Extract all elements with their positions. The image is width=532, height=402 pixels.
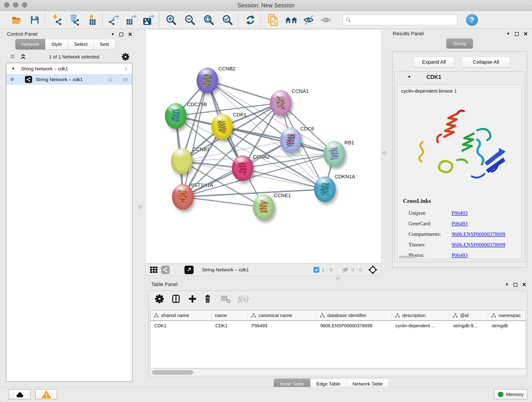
table-panel-menu-icon[interactable]: ▼: [505, 282, 509, 287]
tab-network[interactable]: Network: [15, 39, 45, 50]
table-cell-id[interactable]: stringdb:9...: [450, 321, 488, 331]
table-cell-canonical-name[interactable]: P06493: [248, 321, 317, 331]
crosslink-label-tissues: Tissues:: [409, 242, 452, 248]
crosslink-compartments-link[interactable]: 9606.ENSP00000378699: [452, 231, 505, 237]
cloud-button[interactable]: [9, 389, 31, 400]
column-header-canonical-name[interactable]: canonical name: [248, 310, 317, 320]
grid-icon[interactable]: [150, 266, 158, 274]
delete-table-icon[interactable]: [221, 294, 231, 304]
open-session-icon[interactable]: [10, 13, 22, 27]
network-view-toolbar: String Network – cdk1 1 - 0 0 - 0: [145, 264, 381, 276]
zoom-in-icon[interactable]: [165, 13, 177, 27]
add-column-icon[interactable]: [188, 294, 197, 304]
apply-preferred-layout-icon[interactable]: [244, 13, 257, 27]
edge-CCNB2-HIST1H1A[interactable]: [183, 80, 207, 197]
table-panel-close-icon[interactable]: ✕: [522, 282, 526, 287]
entry-scrollbar-thumb[interactable]: [399, 256, 415, 258]
table-cell-description[interactable]: cyclin-dependent ...: [392, 321, 450, 331]
results-panel-menu-icon[interactable]: ▼: [506, 32, 510, 36]
scrollbar-thumb[interactable]: [152, 370, 193, 375]
export-image-icon[interactable]: [143, 13, 155, 27]
gear-icon[interactable]: [155, 294, 164, 304]
control-panel-close-icon[interactable]: ✕: [128, 32, 133, 37]
column-header-database-identifier[interactable]: database identifier: [317, 310, 392, 320]
node-entry-header[interactable]: ▼ CDK1: [394, 71, 525, 83]
network-canvas[interactable]: CCNB2CCNA1CDC25BCDK1CDC6RB1CCNB1CCNA2CDK…: [145, 29, 381, 264]
network-node-cdk1[interactable]: [211, 114, 233, 140]
column-header-shared-name[interactable]: shared name: [151, 310, 212, 320]
crosslinks-title: CrossLinks: [403, 198, 431, 204]
birdseye-crosshair-icon[interactable]: [368, 265, 378, 275]
table-cell-shared-name[interactable]: CDK1: [151, 321, 212, 331]
save-session-icon[interactable]: [28, 13, 41, 27]
table-cell-database-identifier[interactable]: 9606.ENSP00000378699: [317, 321, 392, 331]
network-node-ccnb1[interactable]: [171, 148, 192, 174]
share-icon[interactable]: [161, 266, 170, 274]
column-header-description[interactable]: description: [392, 310, 450, 320]
tab-string[interactable]: String: [446, 38, 473, 49]
export-network-icon[interactable]: [108, 13, 120, 27]
documents-share-icon[interactable]: [267, 13, 279, 27]
left-splitter-handle[interactable]: [138, 205, 142, 209]
tab-sets[interactable]: Sets: [94, 39, 115, 50]
column-header-namespac[interactable]: namespac: [488, 310, 526, 320]
export-table-icon[interactable]: [125, 13, 138, 27]
open-in-window-icon[interactable]: [184, 266, 194, 274]
table-cell-namespac[interactable]: stringdb: [488, 321, 526, 331]
collection-caret-icon[interactable]: ▼: [12, 67, 15, 71]
collapse-all-icon[interactable]: [9, 53, 16, 60]
function-builder-icon[interactable]: f(x): [238, 295, 249, 303]
eye-icon[interactable]: [320, 13, 332, 27]
crosslink-genecard-link[interactable]: P06493: [452, 221, 468, 227]
column-header-id[interactable]: @id: [450, 310, 488, 320]
table-cell-name[interactable]: CDK1: [212, 321, 248, 331]
network-node-ccna1[interactable]: [270, 90, 291, 116]
warning-button[interactable]: [35, 389, 57, 400]
import-network-from-database-icon[interactable]: [68, 13, 81, 27]
network-node-rb1[interactable]: [323, 141, 345, 167]
tab-style[interactable]: Style: [45, 39, 68, 50]
results-panel-close-icon[interactable]: ✕: [523, 31, 528, 37]
gear-icon[interactable]: [121, 53, 130, 61]
table-horizontal-scrollbar[interactable]: [150, 369, 526, 376]
columns-icon[interactable]: [171, 294, 181, 304]
network-collection-row[interactable]: ▼ String Network – cdk1 1: [6, 63, 132, 74]
expand-all-button[interactable]: Expand All: [413, 57, 454, 68]
collapse-all-button[interactable]: Collapse All: [462, 57, 510, 68]
crosslink-uniprot-link[interactable]: P06493: [452, 210, 468, 216]
expand-all-icon[interactable]: [20, 53, 27, 60]
import-table-icon[interactable]: [86, 13, 98, 27]
network-node-cdkn1a[interactable]: [314, 177, 336, 202]
control-panel-menu-icon[interactable]: ▼: [111, 32, 115, 37]
crosslink-tissues-link[interactable]: 9606.ENSP00000378699: [452, 242, 505, 248]
crosslink-pharos-link[interactable]: P06493: [452, 252, 468, 258]
help-icon[interactable]: ?: [466, 14, 478, 26]
zoom-out-icon[interactable]: [184, 13, 196, 27]
control-panel-float-icon[interactable]: [119, 32, 123, 36]
import-network-icon[interactable]: [51, 13, 63, 27]
network-node-ccne1[interactable]: [253, 194, 274, 220]
table-panel-float-icon[interactable]: [513, 283, 517, 287]
delete-column-icon[interactable]: [204, 294, 214, 304]
search-input[interactable]: [351, 17, 454, 23]
edge-CCNB2-CCNA1[interactable]: [207, 80, 281, 103]
tab-select[interactable]: Select: [68, 39, 94, 50]
right-splitter-handle[interactable]: [383, 151, 386, 155]
entry-caret-icon[interactable]: ▼: [407, 75, 411, 79]
eye-slash-icon[interactable]: [302, 13, 315, 27]
zoom-fit-icon[interactable]: [203, 13, 215, 27]
column-header-name[interactable]: name: [212, 310, 248, 320]
edge-CCNE1-HIST1H1A[interactable]: [183, 197, 264, 207]
selected-checkbox[interactable]: [313, 267, 319, 273]
results-panel-float-icon[interactable]: [515, 32, 519, 36]
bottom-splitter-handle[interactable]: [336, 277, 340, 280]
network-node-ccna2[interactable]: [232, 155, 253, 181]
houses-icon[interactable]: [285, 13, 298, 27]
zoom-selected-icon[interactable]: [221, 13, 234, 27]
network-node-cdc25b[interactable]: [165, 103, 186, 129]
network-row-selected[interactable]: String Network – cdk1 11 48: [6, 74, 132, 85]
table-row[interactable]: CDK1CDK1P064939606.ENSP00000378699cyclin…: [151, 321, 526, 331]
network-node-cdc6[interactable]: [280, 128, 302, 153]
network-node-ccnb2[interactable]: [196, 68, 218, 93]
memory-button[interactable]: Memory: [494, 389, 527, 400]
